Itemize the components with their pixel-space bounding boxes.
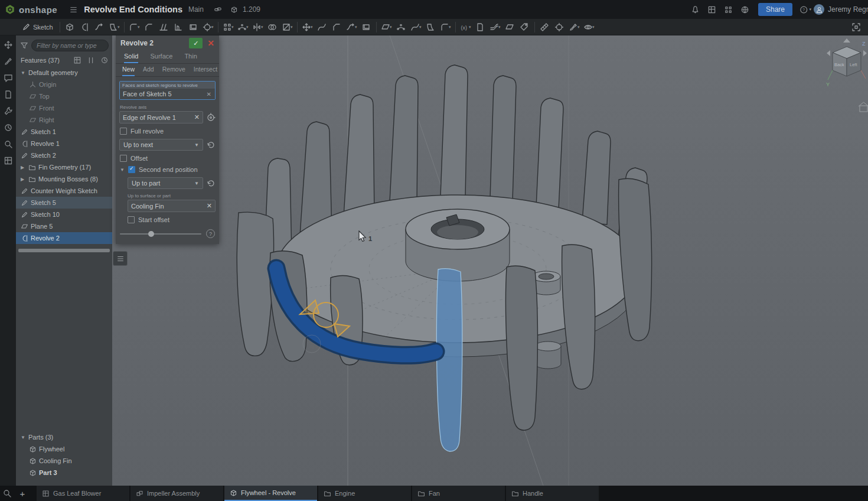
faces-selection-box[interactable]: Faces and sketch regions to revolve Face… — [119, 81, 216, 100]
rib-icon[interactable] — [171, 20, 186, 34]
feature-item-revolve-2[interactable]: Revolve 2 — [16, 232, 112, 244]
mounting-boss[interactable] — [535, 341, 561, 369]
linear-pattern-icon[interactable]: ▾ — [221, 20, 236, 34]
chevron-down-icon[interactable]: ▼ — [120, 167, 125, 173]
circular-pattern-icon[interactable]: ▾ — [236, 20, 250, 34]
dialog-titlebar[interactable]: Revolve 2 ✓ ✕ — [116, 35, 219, 51]
end-condition-dropdown[interactable]: Up to next ▼ — [119, 139, 203, 151]
move-rotate-icon[interactable] — [4, 40, 13, 50]
tab-fan[interactable]: Fan — [412, 486, 505, 501]
plane-icon[interactable]: ▾ — [379, 20, 394, 34]
bridging-curve-icon[interactable]: ▾ — [438, 20, 453, 34]
boolean-icon[interactable] — [265, 20, 280, 34]
toolbar-overflow-icon[interactable] — [849, 20, 863, 34]
tab-handle[interactable]: Handle — [506, 486, 599, 501]
feature-item-revolve-1[interactable]: Revolve 1 — [16, 138, 112, 149]
tab-new[interactable]: New — [122, 64, 135, 76]
cancel-button[interactable]: ✕ — [205, 39, 216, 47]
offset-checkbox[interactable] — [120, 155, 127, 162]
appearance-icon[interactable]: ▾ — [567, 20, 582, 34]
start-offset-row[interactable]: Start offset — [128, 216, 215, 223]
documents-panel-icon[interactable] — [4, 90, 13, 99]
tab-impeller-assembly[interactable]: Impeller Assembly — [130, 486, 223, 501]
feature-item-fin-geometry[interactable]: ▶ Fin Geometry (17) — [16, 161, 112, 173]
flatten-icon[interactable] — [502, 20, 517, 34]
up-to-selection-box[interactable]: Cooling Fin ✕ — [128, 200, 216, 212]
graphics-viewport[interactable]: Back Left Y Z 1 — [112, 35, 868, 486]
version-box-icon[interactable] — [229, 4, 240, 15]
move-face-icon[interactable]: ▾ — [344, 20, 359, 34]
viewcube-home-icon[interactable] — [859, 102, 868, 112]
chamfer-icon[interactable] — [142, 20, 156, 34]
flywheel-model[interactable] — [112, 35, 868, 486]
tab-engine[interactable]: Engine — [318, 486, 411, 501]
parts-header[interactable]: ▼ Parts (3) — [16, 431, 112, 443]
cooling-fin-highlight[interactable] — [436, 269, 462, 451]
offset-surface-icon[interactable] — [315, 20, 329, 34]
reverse-direction-icon[interactable] — [206, 178, 216, 188]
clear-selection-icon[interactable]: ✕ — [207, 202, 212, 210]
configurations-panel-icon[interactable] — [4, 106, 13, 116]
tab-icon[interactable] — [517, 20, 532, 34]
fit-spline-icon[interactable]: ▾ — [409, 20, 423, 34]
transform-icon[interactable]: ▾ — [300, 20, 315, 34]
feature-item-counter-weight-sketch[interactable]: Counter Weight Sketch — [16, 185, 112, 197]
full-revolve-checkbox[interactable] — [120, 128, 127, 135]
sheet-metal-icon[interactable]: ▾ — [488, 20, 502, 34]
section-view-icon[interactable]: ▾ — [582, 20, 596, 34]
view-cube[interactable]: Back Left Y Z — [825, 37, 868, 126]
feature-item-sketch-2[interactable]: Sketch 2 — [16, 149, 112, 161]
feature-item-top[interactable]: Top — [16, 90, 112, 102]
sweep-icon[interactable] — [92, 20, 107, 34]
help-icon[interactable]: ? — [206, 229, 215, 238]
mate-connector-icon[interactable] — [206, 113, 216, 122]
rotate-right-arrow[interactable] — [863, 50, 867, 56]
feature-item-default-geometry[interactable]: ▼ Default geometry — [16, 67, 112, 79]
chevron-right-icon[interactable]: ▶ — [21, 165, 26, 170]
tab-surface[interactable]: Surface — [150, 51, 172, 63]
clear-selection-icon[interactable]: ✕ — [194, 113, 200, 121]
confirm-button[interactable]: ✓ — [189, 38, 203, 48]
loft-icon[interactable]: ▾ — [107, 20, 122, 34]
chevron-down-icon[interactable]: ▼ — [21, 435, 26, 440]
feature-item-sketch-1[interactable]: Sketch 1 — [16, 126, 112, 138]
notifications-bell-icon[interactable] — [690, 4, 701, 15]
tab-remove[interactable]: Remove — [162, 64, 185, 76]
filter-input[interactable] — [31, 40, 109, 51]
variable-icon[interactable]: ▾ — [458, 20, 473, 34]
mirror-icon[interactable]: ▾ — [250, 20, 265, 34]
slider-knob[interactable] — [148, 231, 154, 237]
feature-item-right[interactable]: Right — [16, 114, 112, 126]
reverse-direction-icon[interactable] — [206, 140, 216, 149]
help-menu-icon[interactable]: ▾ — [800, 4, 811, 15]
tab-thin[interactable]: Thin — [184, 51, 197, 63]
tab-search-icon[interactable] — [2, 489, 12, 498]
part-item-flywheel[interactable]: Flywheel — [16, 443, 112, 455]
helix-icon[interactable] — [394, 20, 409, 34]
tab-solid[interactable]: Solid — [124, 51, 138, 63]
hole-icon[interactable]: ▾ — [201, 20, 216, 34]
tab-add[interactable]: Add — [143, 64, 154, 76]
chevron-right-icon[interactable]: ▶ — [21, 177, 26, 182]
collapse-dialog-button[interactable] — [113, 251, 128, 266]
menu-icon[interactable] — [69, 5, 78, 14]
draft-icon[interactable] — [156, 20, 171, 34]
extrude-icon[interactable] — [63, 20, 77, 34]
appearance-panel-icon[interactable] — [4, 57, 13, 66]
opacity-slider[interactable] — [120, 233, 201, 235]
tab-gas-leaf-blower[interactable]: Gas Leaf Blower — [37, 486, 129, 501]
workspace-label[interactable]: Main — [188, 5, 204, 14]
clear-selection-icon[interactable]: ✕ — [206, 91, 212, 97]
shell-icon[interactable] — [186, 20, 201, 34]
measure-icon[interactable] — [537, 20, 552, 34]
feature-item-mounting-bosses[interactable]: ▶ Mounting Bosses (8) — [16, 173, 112, 185]
part-item-part-3[interactable]: Part 3 — [16, 467, 112, 479]
part-item-cooling-fin[interactable]: Cooling Fin — [16, 455, 112, 467]
mass-properties-icon[interactable] — [552, 20, 567, 34]
delete-face-icon[interactable] — [329, 20, 344, 34]
second-end-checkbox[interactable] — [128, 166, 135, 173]
project-curve-icon[interactable] — [423, 20, 438, 34]
revolve-icon[interactable] — [77, 20, 92, 34]
history-panel-icon[interactable] — [4, 123, 13, 132]
link-icon[interactable] — [212, 4, 224, 15]
